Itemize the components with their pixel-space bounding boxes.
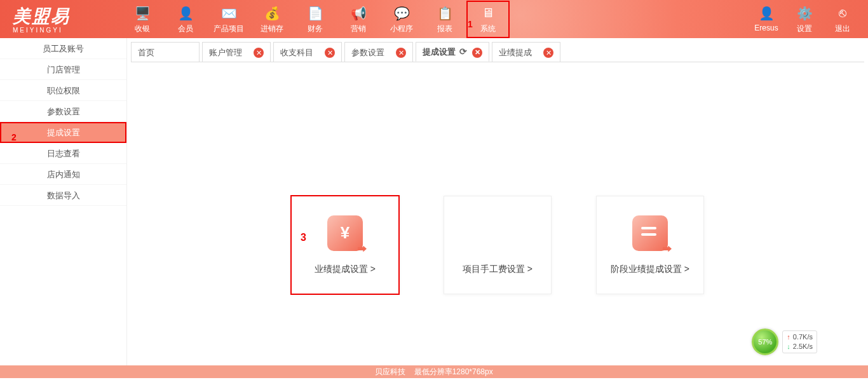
nav-label: 退出 bbox=[824, 24, 862, 34]
card[interactable]: 阶段业绩提成设置 > bbox=[596, 196, 704, 294]
header-settings[interactable]: ⚙️ 设置 bbox=[785, 1, 824, 38]
nav-finance[interactable]: 📄 财务 bbox=[294, 1, 337, 38]
tab-bar: 首页账户管理✕收支科目✕参数设置✕提成设置⟳✕业绩提成✕ bbox=[131, 42, 864, 62]
nav-label: 小程序 bbox=[380, 24, 423, 34]
upload-speed: 0.7K/s bbox=[787, 332, 813, 342]
header-right: 👤 Eresus⚙️ 设置⎋ 退出 bbox=[747, 1, 862, 38]
main-nav: 🖥️ 收银👤 会员✉️ 产品项目💰 进销存📄 财务📢 营销💬 小程序📋 报表🖥 … bbox=[121, 1, 510, 38]
sidebar-item[interactable]: 参数设置 bbox=[0, 101, 126, 122]
sidebar-item[interactable]: 数据导入 bbox=[0, 185, 126, 206]
sidebar-item[interactable]: 职位权限 bbox=[0, 80, 126, 101]
tab-label: 业绩提成 bbox=[499, 43, 532, 62]
nav-label: 产品项目 bbox=[207, 24, 250, 34]
system-icon: 🖥 bbox=[466, 4, 510, 22]
member-icon: 👤 bbox=[164, 4, 207, 22]
sidebar-item[interactable]: 日志查看 bbox=[0, 143, 126, 164]
yen-icon bbox=[327, 215, 363, 251]
close-icon[interactable]: ✕ bbox=[325, 48, 335, 58]
tab[interactable]: 提成设置⟳✕ bbox=[416, 42, 489, 62]
nav-cash-register[interactable]: 🖥️ 收银 bbox=[121, 1, 164, 38]
nav-member[interactable]: 👤 会员 bbox=[164, 1, 207, 38]
sidebar-item[interactable]: 员工及账号 bbox=[0, 38, 126, 59]
logo-text: 美盟易 bbox=[13, 4, 121, 29]
wechat-icon: 💬 bbox=[380, 4, 423, 22]
grid-icon bbox=[480, 215, 515, 251]
nav-label: Eresus bbox=[747, 24, 785, 32]
app-header: 美盟易 MEIYINGYI 🖥️ 收银👤 会员✉️ 产品项目💰 进销存📄 财务📢… bbox=[0, 0, 868, 38]
tab[interactable]: 首页 bbox=[131, 42, 200, 62]
footer-bar: 贝应科技 最低分辨率1280*768px bbox=[0, 365, 868, 378]
nav-system[interactable]: 🖥 系统1 bbox=[466, 1, 510, 38]
card[interactable]: 业绩提成设置 >3 bbox=[291, 196, 399, 294]
header-user[interactable]: 👤 Eresus bbox=[747, 1, 785, 38]
sidebar-item[interactable]: 店内通知 bbox=[0, 164, 126, 185]
content: 首页账户管理✕收支科目✕参数设置✕提成设置⟳✕业绩提成✕ 业绩提成设置 >3项目… bbox=[127, 38, 868, 365]
nav-inventory[interactable]: 💰 进销存 bbox=[250, 1, 294, 38]
nav-wechat[interactable]: 💬 小程序 bbox=[380, 1, 423, 38]
refresh-icon[interactable]: ⟳ bbox=[459, 46, 467, 57]
tab-label: 账户管理 bbox=[209, 43, 242, 62]
nav-label: 系统 bbox=[466, 24, 510, 34]
nav-label: 收银 bbox=[121, 24, 164, 34]
card-label: 业绩提成设置 > bbox=[315, 264, 376, 275]
card-label: 项目手工费设置 > bbox=[463, 264, 532, 275]
nav-label: 设置 bbox=[785, 24, 824, 34]
tab[interactable]: 账户管理✕ bbox=[202, 42, 271, 62]
nav-label: 营销 bbox=[337, 24, 380, 34]
sidebar-item[interactable]: 门店管理 bbox=[0, 59, 126, 80]
network-widget[interactable]: 57% 0.7K/s 2.5K/s bbox=[752, 329, 817, 355]
product-icon: ✉️ bbox=[207, 4, 250, 22]
header-logout[interactable]: ⎋ 退出 bbox=[824, 1, 862, 38]
nav-product[interactable]: ✉️ 产品项目 bbox=[207, 1, 250, 38]
logo: 美盟易 MEIYINGYI bbox=[6, 4, 121, 34]
close-icon[interactable]: ✕ bbox=[396, 48, 406, 58]
tab[interactable]: 业绩提成✕ bbox=[492, 42, 560, 62]
main-area: 员工及账号门店管理职位权限参数设置提成设置2日志查看店内通知数据导入 首页账户管… bbox=[0, 38, 868, 365]
settings-icon: ⚙️ bbox=[785, 4, 824, 22]
network-speeds: 0.7K/s 2.5K/s bbox=[782, 330, 817, 353]
download-speed: 2.5K/s bbox=[787, 342, 813, 351]
finance-icon: 📄 bbox=[294, 4, 337, 22]
sidebar: 员工及账号门店管理职位权限参数设置提成设置2日志查看店内通知数据导入 bbox=[0, 38, 127, 365]
annotation-number: 1 bbox=[468, 19, 473, 29]
doc-icon bbox=[632, 215, 668, 251]
close-icon[interactable]: ✕ bbox=[254, 48, 264, 58]
tab[interactable]: 参数设置✕ bbox=[344, 42, 413, 62]
close-icon[interactable]: ✕ bbox=[472, 48, 482, 58]
nav-label: 进销存 bbox=[250, 24, 294, 34]
nav-marketing[interactable]: 📢 营销 bbox=[337, 1, 380, 38]
report-icon: 📋 bbox=[423, 4, 466, 22]
tab[interactable]: 收支科目✕ bbox=[273, 42, 342, 62]
cash-register-icon: 🖥️ bbox=[121, 4, 164, 22]
close-icon[interactable]: ✕ bbox=[543, 48, 553, 58]
nav-label: 会员 bbox=[164, 24, 207, 34]
tab-label: 收支科目 bbox=[280, 43, 313, 62]
tab-label: 首页 bbox=[138, 43, 154, 62]
sidebar-item[interactable]: 提成设置2 bbox=[0, 122, 126, 143]
inventory-icon: 💰 bbox=[250, 4, 294, 22]
card-label: 阶段业绩提成设置 > bbox=[611, 264, 689, 275]
card[interactable]: 项目手工费设置 > bbox=[444, 196, 552, 294]
footer-resolution: 最低分辨率1280*768px bbox=[414, 367, 493, 376]
nav-label: 财务 bbox=[294, 24, 337, 34]
nav-label: 报表 bbox=[423, 24, 466, 34]
user-icon: 👤 bbox=[747, 4, 785, 22]
nav-report[interactable]: 📋 报表 bbox=[423, 1, 466, 38]
marketing-icon: 📢 bbox=[337, 4, 380, 22]
card-area: 业绩提成设置 >3项目手工费设置 >阶段业绩提成设置 > bbox=[127, 196, 868, 294]
tab-label: 提成设置 bbox=[423, 42, 456, 62]
annotation-number: 3 bbox=[301, 232, 306, 243]
logout-icon: ⎋ bbox=[824, 4, 862, 22]
footer-company: 贝应科技 bbox=[375, 367, 405, 376]
network-percent-circle[interactable]: 57% bbox=[752, 329, 778, 355]
tab-label: 参数设置 bbox=[351, 43, 384, 62]
